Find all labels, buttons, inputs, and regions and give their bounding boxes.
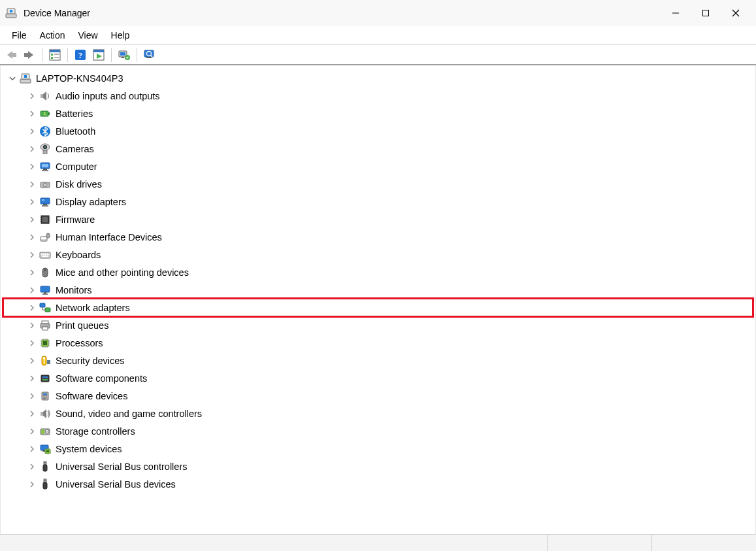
chevron-down-icon[interactable] bbox=[7, 73, 18, 84]
tree-item-label: Human Interface Devices bbox=[56, 232, 162, 242]
chevron-right-icon[interactable] bbox=[27, 373, 37, 384]
tree-item[interactable]: Print queues bbox=[3, 316, 753, 334]
svg-rect-40 bbox=[42, 164, 48, 167]
svg-rect-55 bbox=[40, 221, 41, 222]
svg-rect-75 bbox=[40, 303, 45, 307]
tree-item[interactable]: Firmware bbox=[3, 210, 753, 228]
tree-item-label: Firmware bbox=[56, 214, 95, 225]
chevron-right-icon[interactable] bbox=[27, 320, 37, 331]
tree-item[interactable]: Batteries bbox=[3, 105, 753, 122]
tree-item[interactable]: Disk drives bbox=[3, 175, 753, 193]
tree-item[interactable]: Universal Serial Bus controllers bbox=[3, 458, 753, 475]
tree-item[interactable]: Monitors bbox=[3, 281, 753, 299]
chevron-right-icon[interactable] bbox=[27, 267, 37, 278]
tree-item[interactable]: Audio inputs and outputs bbox=[3, 87, 753, 105]
chevron-right-icon[interactable] bbox=[27, 144, 37, 154]
svg-rect-48 bbox=[43, 204, 47, 205]
properties-button[interactable] bbox=[90, 46, 107, 63]
toolbar-separator bbox=[42, 48, 42, 62]
chevron-right-icon[interactable] bbox=[27, 391, 37, 401]
menu-help[interactable]: Help bbox=[105, 27, 137, 43]
chevron-right-icon[interactable] bbox=[27, 161, 37, 172]
svg-point-37 bbox=[44, 146, 46, 147]
chevron-right-icon[interactable] bbox=[27, 285, 37, 295]
close-button[interactable] bbox=[721, 3, 751, 24]
tree-item[interactable]: Security devices bbox=[3, 352, 753, 369]
tree-item-label: Monitors bbox=[56, 285, 92, 295]
tree-item-label: Universal Serial Bus devices bbox=[56, 479, 176, 490]
toolbar-separator bbox=[67, 48, 68, 62]
svg-rect-77 bbox=[42, 321, 48, 324]
chevron-right-icon[interactable] bbox=[27, 214, 37, 225]
tree-item[interactable]: Display adapters bbox=[3, 193, 753, 210]
chevron-right-icon[interactable] bbox=[27, 91, 37, 101]
tree-item[interactable]: Keyboards bbox=[3, 246, 753, 263]
device-tree[interactable]: LAPTOP-KNS404P3 Audio inputs and outputs… bbox=[0, 65, 756, 534]
chevron-right-icon[interactable] bbox=[27, 426, 37, 437]
devices-printers-button[interactable] bbox=[141, 46, 158, 63]
tree-item[interactable]: Computer bbox=[3, 158, 753, 175]
menu-view[interactable]: View bbox=[71, 27, 104, 43]
svg-rect-65 bbox=[43, 254, 44, 255]
chevron-right-icon[interactable] bbox=[27, 232, 37, 242]
tree-item-label: Bluetooth bbox=[56, 126, 95, 137]
minimize-button[interactable] bbox=[661, 3, 691, 24]
tree-item[interactable]: Software components bbox=[3, 369, 753, 387]
chevron-right-icon[interactable] bbox=[27, 409, 37, 419]
svg-rect-38 bbox=[43, 150, 47, 154]
usb-icon bbox=[39, 460, 52, 473]
chevron-right-icon[interactable] bbox=[27, 109, 37, 119]
svg-point-45 bbox=[44, 184, 46, 186]
menu-action[interactable]: Action bbox=[33, 27, 72, 43]
svg-rect-120 bbox=[46, 462, 46, 463]
back-button[interactable] bbox=[3, 46, 20, 63]
svg-rect-42 bbox=[42, 170, 48, 171]
tree-item[interactable]: Mice and other pointing devices bbox=[3, 263, 753, 281]
tree-item[interactable]: Processors bbox=[3, 334, 753, 352]
svg-rect-79 bbox=[42, 327, 48, 330]
svg-rect-123 bbox=[44, 480, 45, 481]
camera-icon bbox=[39, 142, 52, 156]
tree-item[interactable]: Universal Serial Bus devices bbox=[3, 475, 753, 493]
window-controls bbox=[661, 3, 751, 24]
chevron-right-icon[interactable] bbox=[27, 479, 37, 490]
tree-item[interactable]: Storage controllers bbox=[3, 422, 753, 440]
svg-marker-108 bbox=[43, 409, 46, 418]
chevron-right-icon[interactable] bbox=[27, 179, 37, 190]
maximize-button[interactable] bbox=[691, 3, 721, 24]
svg-rect-124 bbox=[46, 480, 46, 481]
svg-rect-32 bbox=[48, 112, 50, 115]
statusbar-cell bbox=[547, 535, 651, 551]
chevron-right-icon[interactable] bbox=[27, 338, 37, 348]
menu-file[interactable]: File bbox=[5, 27, 33, 43]
chevron-right-icon[interactable] bbox=[27, 444, 37, 454]
tree-item[interactable]: System devices bbox=[3, 440, 753, 458]
help-button[interactable]: ? bbox=[72, 46, 89, 63]
tree-item[interactable]: Bluetooth bbox=[3, 122, 753, 140]
svg-rect-122 bbox=[43, 482, 47, 489]
tree-item-label: Mice and other pointing devices bbox=[56, 267, 189, 278]
chevron-right-icon[interactable] bbox=[27, 356, 37, 366]
tree-root-label: LAPTOP-KNS404P3 bbox=[36, 73, 123, 84]
forward-button[interactable] bbox=[21, 46, 38, 63]
svg-rect-57 bbox=[49, 219, 50, 220]
tree-root[interactable]: LAPTOP-KNS404P3 bbox=[3, 69, 753, 87]
tree-item[interactable]: Human Interface Devices bbox=[3, 228, 753, 246]
chevron-right-icon[interactable] bbox=[27, 303, 37, 313]
chevron-right-icon[interactable] bbox=[27, 197, 37, 207]
tree-item[interactable]: Sound, video and game controllers bbox=[3, 405, 753, 422]
console-tree-button[interactable] bbox=[46, 46, 63, 63]
tree-item[interactable]: Network adapters bbox=[3, 299, 753, 316]
tree-item[interactable]: Software devices bbox=[3, 387, 753, 405]
svg-rect-100 bbox=[42, 376, 48, 378]
svg-rect-46 bbox=[48, 184, 49, 184]
chevron-right-icon[interactable] bbox=[27, 461, 37, 472]
svg-rect-97 bbox=[44, 359, 44, 364]
chevron-right-icon[interactable] bbox=[27, 250, 37, 260]
chevron-right-icon[interactable] bbox=[27, 126, 37, 137]
scan-hardware-button[interactable] bbox=[116, 46, 133, 63]
security-icon bbox=[39, 354, 52, 367]
tree-item[interactable]: Cameras bbox=[3, 140, 753, 158]
battery-icon bbox=[39, 107, 52, 120]
swcomp-icon bbox=[39, 372, 52, 385]
